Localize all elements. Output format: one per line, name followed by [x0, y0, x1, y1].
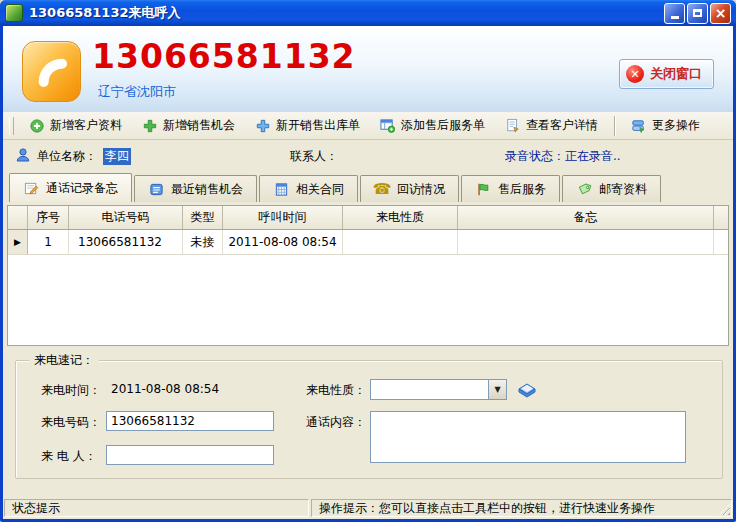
titlebar[interactable]: 13066581132来电呼入 ×: [0, 0, 736, 26]
toolbar-separator: [614, 116, 615, 136]
tab-contract[interactable]: 相关合同: [259, 175, 358, 202]
header-seq[interactable]: 序号: [28, 206, 69, 229]
person-icon: [15, 147, 31, 166]
statusbar: 状态提示 操作提示：您可以直接点击工具栏中的按钮，进行快速业务操作: [3, 497, 733, 519]
cell-time: 2011-08-08 08:54: [223, 230, 343, 254]
number-input[interactable]: [106, 411, 274, 431]
call-memo-icon: [23, 180, 39, 196]
cell-phone: 13066581132: [69, 230, 183, 254]
header-filler: [714, 206, 728, 229]
cell-nature: [343, 230, 458, 254]
mail-tag-icon: [576, 181, 592, 197]
callback-phone-icon: ☎: [374, 181, 390, 197]
minimize-icon: [671, 16, 679, 19]
nature-dictionary-button[interactable]: [515, 378, 539, 400]
add-service-order-icon: [380, 118, 395, 133]
add-sales-chance-button[interactable]: 新增销售机会: [132, 114, 245, 137]
row-arrow-icon: ▶: [14, 237, 21, 247]
view-customer-detail-button[interactable]: 查看客户详情: [495, 114, 608, 137]
caller-location: 辽宁省沈阳市: [98, 83, 176, 101]
header-nature[interactable]: 来电性质: [343, 206, 458, 229]
status-tip-text: 操作提示：您可以直接点击工具栏中的按钮，进行快速业务操作: [319, 500, 655, 517]
toolbar-grip[interactable]: [9, 117, 14, 135]
content-textarea[interactable]: [370, 411, 686, 463]
number-label: 来电号码：: [41, 414, 101, 431]
row-selector: ▶: [8, 230, 28, 254]
recording-status: 录音状态：正在录音..: [505, 140, 621, 172]
close-window-button[interactable]: ✕ 关闭窗口: [619, 59, 714, 89]
caller-banner: 13066581132 辽宁省沈阳市 ✕ 关闭窗口: [3, 26, 733, 112]
call-log-grid: 序号 电话号码 类型 呼叫时间 来电性质 备忘 ▶ 1 13066581132 …: [7, 205, 729, 346]
tab-call-memo[interactable]: 通话记录备忘: [9, 173, 132, 202]
tab-recent-sales[interactable]: 最近销售机会: [134, 175, 257, 202]
unit-name-group: 单位名称： 李四: [15, 140, 131, 172]
resize-grip[interactable]: [719, 504, 730, 515]
header-phone[interactable]: 电话号码: [69, 206, 183, 229]
more-actions-icon: [631, 118, 646, 133]
add-customer-icon: [29, 118, 44, 133]
cell-seq: 1: [28, 230, 69, 254]
caller-input[interactable]: [106, 445, 274, 465]
close-button[interactable]: ×: [710, 3, 731, 24]
close-icon: ×: [715, 6, 727, 20]
add-customer-button[interactable]: 新增客户资料: [19, 114, 132, 137]
caller-label: 来 电 人：: [41, 448, 97, 465]
tab-strip: 通话记录备忘 最近销售机会 相关合同 ☎ 回访情况 售后服务: [3, 172, 733, 202]
table-row[interactable]: ▶ 1 13066581132 未接 2011-08-08 08:54: [8, 230, 728, 255]
call-time-label: 来电时间：: [41, 382, 101, 399]
group-title: 来电速记：: [29, 352, 99, 369]
status-left: 状态提示: [4, 499, 309, 517]
after-service-flag-icon: [475, 181, 491, 197]
combo-dropdown-icon[interactable]: ▼: [488, 380, 506, 399]
maximize-button[interactable]: [687, 3, 708, 24]
status-right: 操作提示：您可以直接点击工具栏中的按钮，进行快速业务操作: [311, 499, 732, 517]
tab-after-service[interactable]: 售后服务: [461, 175, 560, 202]
cell-filler: [714, 230, 728, 254]
content-label: 通话内容：: [306, 414, 366, 431]
phone-handset-icon: [22, 41, 81, 102]
minimize-button[interactable]: [664, 3, 685, 24]
nature-combobox-value: [371, 380, 488, 399]
maximize-icon: [693, 9, 702, 17]
call-popup-window: 13066581132来电呼入 × 13066581132 辽宁省沈阳市 ✕ 关…: [0, 0, 736, 522]
contact-label: 联系人：: [290, 140, 338, 172]
unit-name-value[interactable]: 李四: [103, 148, 131, 165]
close-window-icon: ✕: [626, 65, 644, 83]
window-title: 13066581132来电呼入: [29, 4, 664, 22]
unit-name-label: 单位名称：: [37, 148, 97, 165]
header-selector: [8, 206, 28, 229]
recent-sales-icon: [148, 181, 164, 197]
tab-mail-material[interactable]: 邮寄资料: [562, 175, 661, 202]
add-sales-chance-icon: [142, 118, 157, 133]
nature-label: 来电性质：: [306, 382, 366, 399]
tab-callback[interactable]: ☎ 回访情况: [360, 175, 459, 202]
cell-memo: [458, 230, 714, 254]
nature-combobox[interactable]: ▼: [370, 379, 507, 400]
view-customer-detail-icon: [505, 118, 520, 133]
new-outbound-order-icon: [255, 118, 270, 133]
contract-icon: [273, 181, 289, 197]
new-outbound-order-button[interactable]: 新开销售出库单: [245, 114, 370, 137]
toolbar: 新增客户资料 新增销售机会 新开销售出库单 添加售后服务单 查看客户详情: [3, 112, 733, 140]
add-service-order-button[interactable]: 添加售后服务单: [370, 114, 495, 137]
more-actions-button[interactable]: 更多操作: [621, 114, 710, 137]
header-time[interactable]: 呼叫时间: [223, 206, 343, 229]
cell-type: 未接: [183, 230, 223, 254]
header-type[interactable]: 类型: [183, 206, 223, 229]
call-time-value: 2011-08-08 08:54: [111, 382, 219, 396]
caller-number: 13066581132: [92, 39, 356, 75]
app-icon: [5, 4, 23, 22]
call-log-table-area: 序号 电话号码 类型 呼叫时间 来电性质 备忘 ▶ 1 13066581132 …: [3, 202, 733, 348]
header-memo[interactable]: 备忘: [458, 206, 714, 229]
infobar: 单位名称： 李四 联系人： 录音状态：正在录音..: [3, 140, 733, 172]
call-note-form: 来电速记： 来电时间： 2011-08-08 08:54 来电性质： ▼ 来电号…: [3, 348, 733, 497]
grid-header-row: 序号 电话号码 类型 呼叫时间 来电性质 备忘: [8, 206, 728, 230]
